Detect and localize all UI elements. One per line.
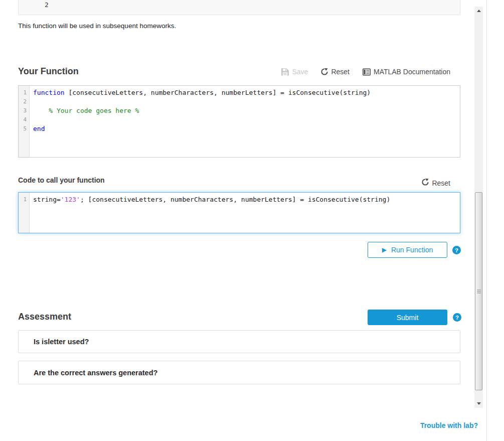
line-number-gutter: 12345 — [19, 86, 30, 157]
line-number-gutter: 1 — [19, 193, 30, 233]
scroll-up-button[interactable] — [474, 7, 483, 15]
test-label: Is isletter used? — [34, 338, 89, 346]
run-help-icon[interactable]: ? — [452, 246, 461, 254]
reset-button-label: Reset — [331, 68, 350, 76]
assessment-test-item[interactable]: Is isletter used? — [18, 330, 460, 353]
reset-function-button[interactable]: Reset — [321, 68, 350, 76]
content-right-border — [486, 0, 487, 441]
your-function-title: Your Function — [18, 66, 79, 77]
code-line: end — [33, 124, 457, 133]
scrollbar-grip-icon — [477, 289, 481, 293]
run-function-button[interactable]: ▶ Run Function — [368, 242, 447, 258]
code-line: function [consecutiveLetters, numberChar… — [33, 88, 457, 97]
matlab-documentation-button[interactable]: MATLAB Documentation — [363, 68, 450, 76]
code-line — [33, 115, 457, 124]
reset-icon — [422, 179, 429, 187]
save-icon — [281, 68, 289, 76]
call-code-title: Code to call your function — [18, 176, 105, 184]
code-line — [33, 97, 457, 106]
vertical-scrollbar[interactable] — [474, 7, 483, 408]
line-number: 4 — [19, 115, 29, 124]
code-line: % Your code goes here % — [33, 106, 457, 115]
matlab-grader-page: 2 This function will be used in subseque… — [0, 0, 504, 441]
line-number: 3 — [19, 106, 29, 115]
clipped-example-text: 2 — [45, 1, 49, 9]
assessment-test-item[interactable]: Are the correct answers generated? — [18, 361, 460, 384]
scrollbar-thumb[interactable] — [475, 192, 482, 390]
line-number: 5 — [19, 124, 29, 133]
scroll-down-button[interactable] — [474, 399, 483, 408]
reset-call-code-button[interactable]: Reset — [422, 179, 450, 187]
line-number: 1 — [19, 88, 29, 97]
line-number: 2 — [19, 97, 29, 106]
function-code-editor[interactable]: 12345 function [consecutiveLetters, numb… — [18, 85, 460, 158]
run-function-label: Run Function — [391, 246, 433, 254]
function-editor-toolbar: Save Reset — [281, 68, 450, 76]
test-label: Are the correct answers generated? — [34, 369, 157, 377]
down-arrow-icon — [477, 402, 481, 405]
save-button[interactable]: Save — [281, 68, 308, 76]
call-code-editor[interactable]: 1 string='123'; [consecutiveLetters, num… — [18, 192, 460, 233]
intro-text: This function will be used in subsequent… — [18, 22, 176, 30]
play-icon: ▶ — [382, 247, 387, 253]
documentation-button-label: MATLAB Documentation — [374, 68, 450, 76]
reset-call-code-label: Reset — [432, 179, 450, 187]
code-area[interactable]: string='123'; [consecutiveLetters, numbe… — [30, 193, 460, 206]
submit-button[interactable]: Submit — [368, 310, 447, 325]
documentation-book-icon — [363, 68, 371, 76]
up-arrow-icon — [477, 10, 481, 12]
save-button-label: Save — [292, 68, 308, 76]
submit-help-icon[interactable]: ? — [453, 313, 461, 322]
code-line: string='123'; [consecutiveLetters, numbe… — [33, 195, 457, 204]
clipped-example-block: 2 — [18, 0, 460, 15]
line-number: 1 — [19, 195, 29, 204]
reset-icon — [321, 68, 328, 75]
code-area[interactable]: function [consecutiveLetters, numberChar… — [30, 86, 460, 135]
assessment-title: Assessment — [18, 312, 71, 322]
trouble-with-lab-link[interactable]: Trouble with lab? — [420, 421, 478, 429]
